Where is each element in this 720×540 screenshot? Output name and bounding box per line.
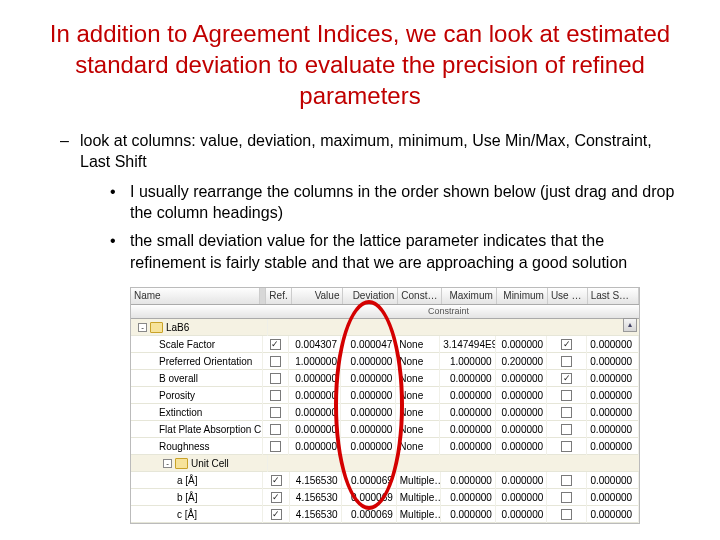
cell-dev: 0.000000 bbox=[341, 421, 396, 438]
bullet-level1: –look at columns: value, deviation, maxi… bbox=[80, 130, 680, 173]
cell-dev: 0.000069 bbox=[342, 506, 397, 523]
folder-icon bbox=[175, 458, 188, 469]
cell-max: 0.000000 bbox=[440, 438, 495, 455]
cell-dev: 0.000000 bbox=[341, 370, 396, 387]
cell-con: None bbox=[396, 421, 440, 438]
cell-con: None bbox=[396, 404, 440, 421]
table-row[interactable]: B overall 0.000000 0.000000 None 0.00000… bbox=[131, 370, 639, 387]
table-row[interactable]: Porosity 0.000000 0.000000 None 0.000000… bbox=[131, 387, 639, 404]
col-minimum[interactable]: Minimum bbox=[497, 288, 548, 304]
group-row-unitcell[interactable]: - Unit Cell bbox=[131, 455, 639, 472]
cell-name: Scale Factor bbox=[131, 336, 263, 353]
cell-min: 0.000000 bbox=[496, 336, 548, 353]
checkbox-ref[interactable] bbox=[270, 339, 281, 350]
group-row-lab6[interactable]: - LaB6 bbox=[131, 319, 639, 336]
col-constraint[interactable]: Constr… bbox=[398, 288, 442, 304]
cell-dev: 0.000047 bbox=[341, 336, 396, 353]
cell-ls: 0.000000 bbox=[587, 387, 639, 404]
cell-ls: 0.000000 bbox=[587, 506, 639, 523]
checkbox-use[interactable] bbox=[561, 339, 572, 350]
col-deviation[interactable]: Deviation bbox=[343, 288, 398, 304]
cell-min: 0.000000 bbox=[496, 438, 548, 455]
checkbox-use[interactable] bbox=[561, 441, 572, 452]
col-use-minmax[interactable]: Use Mi… bbox=[548, 288, 588, 304]
cell-ls: 0.000000 bbox=[587, 438, 639, 455]
cell-con: None bbox=[396, 370, 440, 387]
bullet-level2-b: •the small deviation value for the latti… bbox=[130, 230, 680, 273]
expand-icon[interactable]: - bbox=[163, 459, 172, 468]
table-row[interactable]: c [Å] 4.156530 0.000069 Multiple… 0.0000… bbox=[131, 506, 639, 523]
checkbox-ref[interactable] bbox=[270, 373, 281, 384]
cell-name: a [Å] bbox=[131, 472, 263, 489]
cell-min: 0.000000 bbox=[496, 387, 548, 404]
cell-con: None bbox=[396, 353, 440, 370]
folder-icon bbox=[150, 322, 163, 333]
cell-max: 3.147494E9 bbox=[440, 336, 495, 353]
cell-ls: 0.000000 bbox=[587, 489, 639, 506]
cell-name: c [Å] bbox=[131, 506, 263, 523]
cell-max: 0.000000 bbox=[441, 489, 496, 506]
col-value[interactable]: Value bbox=[292, 288, 343, 304]
cell-value: 4.156530 bbox=[290, 472, 341, 489]
cell-value: 4.156530 bbox=[290, 506, 341, 523]
cell-ls: 0.000000 bbox=[587, 472, 639, 489]
cell-con: Multiple… bbox=[397, 489, 441, 506]
cell-dev: 0.000069 bbox=[342, 472, 397, 489]
cell-ls: 0.000000 bbox=[587, 336, 639, 353]
table-subheader: Constraint bbox=[131, 305, 639, 319]
cell-max: 0.000000 bbox=[440, 370, 495, 387]
cell-min: 0.000000 bbox=[496, 370, 548, 387]
cell-value: 0.000000 bbox=[289, 438, 341, 455]
checkbox-use[interactable] bbox=[561, 407, 572, 418]
table-row[interactable]: Scale Factor 0.004307 0.000047 None 3.14… bbox=[131, 336, 639, 353]
cell-min: 0.000000 bbox=[496, 472, 547, 489]
checkbox-ref[interactable] bbox=[270, 424, 281, 435]
checkbox-ref[interactable] bbox=[271, 475, 282, 486]
cell-min: 0.000000 bbox=[496, 404, 548, 421]
table-row[interactable]: a [Å] 4.156530 0.000069 Multiple… 0.0000… bbox=[131, 472, 639, 489]
table-row[interactable]: Flat Plate Absorption C… 0.000000 0.0000… bbox=[131, 421, 639, 438]
checkbox-use[interactable] bbox=[561, 475, 572, 486]
checkbox-ref[interactable] bbox=[271, 509, 282, 520]
checkbox-use[interactable] bbox=[561, 492, 572, 503]
table-row[interactable]: Preferred Orientation 1.000000 0.000000 … bbox=[131, 353, 639, 370]
checkbox-ref[interactable] bbox=[271, 492, 282, 503]
cell-name: Flat Plate Absorption C… bbox=[131, 421, 263, 438]
bullet-level2-a: •I usually rearrange the columns in the … bbox=[130, 181, 680, 224]
cell-name: Porosity bbox=[131, 387, 263, 404]
table-header[interactable]: Name Ref. Value Deviation Constr… Maximu… bbox=[131, 288, 639, 305]
cell-value: 0.000000 bbox=[289, 404, 341, 421]
cell-value: 0.000000 bbox=[289, 421, 341, 438]
checkbox-ref[interactable] bbox=[270, 407, 281, 418]
cell-ls: 0.000000 bbox=[587, 404, 639, 421]
checkbox-use[interactable] bbox=[561, 390, 572, 401]
cell-value: 0.000000 bbox=[289, 387, 341, 404]
cell-min: 0.000000 bbox=[496, 506, 547, 523]
checkbox-use[interactable] bbox=[561, 373, 572, 384]
cell-dev: 0.000000 bbox=[341, 404, 396, 421]
col-ref[interactable]: Ref. bbox=[266, 288, 293, 304]
cell-dev: 0.000000 bbox=[341, 387, 396, 404]
cell-max: 1.000000 bbox=[440, 353, 495, 370]
checkbox-ref[interactable] bbox=[270, 390, 281, 401]
checkbox-ref[interactable] bbox=[270, 441, 281, 452]
expand-icon[interactable]: - bbox=[138, 323, 147, 332]
table-row[interactable]: Extinction 0.000000 0.000000 None 0.0000… bbox=[131, 404, 639, 421]
cell-con: Multiple… bbox=[397, 506, 441, 523]
checkbox-use[interactable] bbox=[561, 509, 572, 520]
checkbox-ref[interactable] bbox=[270, 356, 281, 367]
cell-max: 0.000000 bbox=[441, 472, 496, 489]
table-row[interactable]: b [Å] 4.156530 0.000069 Multiple… 0.0000… bbox=[131, 489, 639, 506]
scroll-up-icon[interactable]: ▴ bbox=[623, 318, 637, 332]
cell-max: 0.000000 bbox=[441, 506, 496, 523]
checkbox-use[interactable] bbox=[561, 356, 572, 367]
col-maximum[interactable]: Maximum bbox=[442, 288, 497, 304]
table-row[interactable]: Roughness 0.000000 0.000000 None 0.00000… bbox=[131, 438, 639, 455]
cell-value: 4.156530 bbox=[290, 489, 341, 506]
col-last-shift[interactable]: Last Shift bbox=[588, 288, 639, 304]
cell-dev: 0.000069 bbox=[342, 489, 397, 506]
col-name[interactable]: Name bbox=[131, 288, 260, 304]
cell-con: None bbox=[396, 438, 440, 455]
checkbox-use[interactable] bbox=[561, 424, 572, 435]
cell-con: None bbox=[396, 336, 440, 353]
